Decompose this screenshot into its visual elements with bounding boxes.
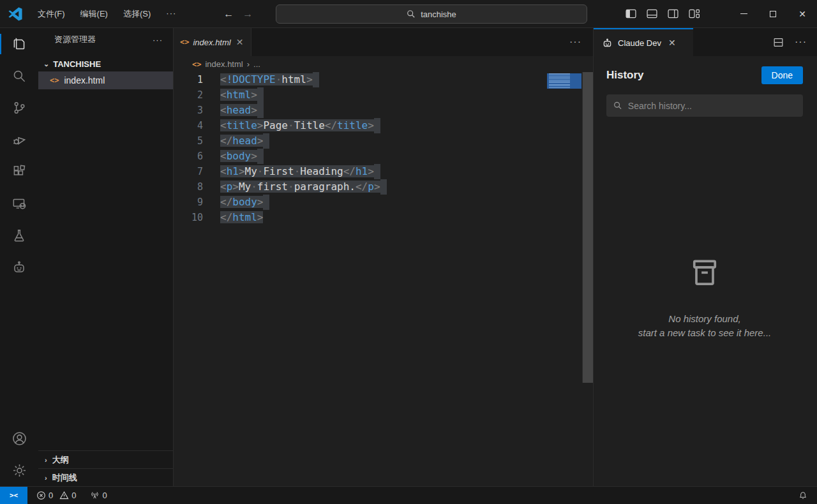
activity-settings[interactable] [0,454,38,486]
extensions-icon [11,163,27,180]
toggle-sidebar-icon[interactable] [624,7,638,20]
search-icon [613,101,622,110]
html-file-icon: <> [50,76,59,85]
code-line[interactable]: 4<title>Page·Title</title> [174,118,593,133]
ports-status[interactable]: 0 [86,491,110,500]
tab-close-icon[interactable]: ✕ [236,37,244,47]
editor-scrollbar[interactable] [582,72,593,383]
editor-tab-bar: <> index.html ✕ ··· [174,28,593,56]
panel-tab-close-icon[interactable]: ✕ [668,38,676,48]
minimize-icon [740,13,747,14]
line-number: 6 [174,149,203,164]
activity-bar-spacer [0,283,38,422]
breadcrumb[interactable]: <> index.html › ... [174,56,593,72]
minimap-code-lines [549,73,570,89]
activity-extensions[interactable] [0,156,38,188]
code-line[interactable]: 3<head> [174,103,593,118]
tab-label: index.html [193,38,230,47]
activity-testing[interactable] [0,219,38,251]
line-number: 8 [174,179,203,195]
activity-explorer[interactable] [0,28,38,60]
nav-forward-icon[interactable]: → [243,8,253,20]
activity-run-debug[interactable] [0,124,38,156]
activity-source-control[interactable] [0,92,38,124]
explorer-sidebar: 资源管理器 ··· ⌄ TANCHISHE <> index.html › 大纲… [38,28,174,486]
window-close-button[interactable]: ✕ [788,0,817,27]
outline-section-header[interactable]: › 大纲 [38,450,173,468]
line-number: 9 [174,195,203,210]
outline-label: 大纲 [52,454,69,466]
error-count: 0 [49,491,53,500]
title-bar: 文件(F) 编辑(E) 选择(S) ··· ← → tanchishe ✕ [0,0,817,28]
toggle-panel-icon[interactable] [645,7,659,20]
errors-warnings-status[interactable]: 0 0 [33,491,80,500]
panel-tab-bar: Claude Dev ✕ ··· [594,28,817,56]
customize-layout-icon[interactable] [687,7,701,20]
notifications-bell[interactable] [789,487,817,504]
claude-dev-panel: Claude Dev ✕ ··· History Done [594,28,817,486]
history-search-box[interactable] [606,94,803,117]
file-item-index-html[interactable]: <> index.html [38,71,173,89]
minimap-selection[interactable] [547,73,581,89]
maximize-icon [770,11,776,17]
tab-claude-dev[interactable]: Claude Dev ✕ [594,28,693,56]
empty-history-line2: start a new task to see it here... [638,326,771,340]
menu-file[interactable]: 文件(F) [31,6,71,22]
timeline-section-header[interactable]: › 时间线 [38,468,173,486]
breadcrumb-more[interactable]: ... [253,59,260,69]
workspace-folder-name: TANCHISHE [53,59,101,69]
breadcrumb-file[interactable]: index.html [205,59,243,69]
file-name: index.html [64,75,105,85]
activity-account[interactable] [0,422,38,454]
editor-more-actions-icon[interactable]: ··· [569,28,581,56]
panel-tab-label: Claude Dev [618,38,661,48]
history-search-input[interactable] [628,101,796,111]
close-icon: ✕ [798,9,806,19]
code-line[interactable]: 8<p>My·first·paragraph.</p> [174,179,593,195]
window-minimize-button[interactable] [729,0,758,27]
panel-more-actions-icon[interactable]: ··· [795,36,807,48]
files-icon [11,36,27,52]
chevron-right-icon: › [45,474,47,482]
window-maximize-button[interactable] [758,0,788,27]
sidebar-more-actions-icon[interactable]: ··· [153,35,163,45]
toggle-secondary-sidebar-icon[interactable] [666,7,680,20]
tab-index-html[interactable]: <> index.html ✕ [174,28,251,56]
search-icon [407,10,416,19]
activity-claude-dev[interactable] [0,251,38,283]
chevron-down-icon: ⌄ [43,60,49,68]
command-center-value: tanchishe [421,10,456,19]
warning-count: 0 [71,491,76,500]
line-number: 4 [174,118,203,133]
menu-selection[interactable]: 选择(S) [117,6,157,22]
activity-search[interactable] [0,60,38,92]
workspace-folder-header[interactable]: ⌄ TANCHISHE [38,56,173,71]
robot-icon [11,259,27,276]
split-editor-icon[interactable] [772,36,784,48]
code-line[interactable]: 2<html> [174,87,593,103]
command-center-search[interactable]: tanchishe [276,4,587,24]
code-line[interactable]: 7<h1>My·First·Heading</h1> [174,164,593,179]
code-line[interactable]: 9</body> [174,195,593,210]
activity-bar [0,28,38,486]
html-file-icon: <> [192,60,201,69]
activity-remote-explorer[interactable] [0,188,38,219]
timeline-label: 时间线 [52,472,77,484]
radio-tower-icon [90,491,100,500]
account-icon [11,430,28,447]
menu-edit[interactable]: 编辑(E) [74,6,114,22]
done-button[interactable]: Done [761,66,803,84]
code-line[interactable]: 6<body> [174,149,593,164]
sidebar-title: 资源管理器 [54,34,96,45]
nav-back-icon[interactable]: ← [223,8,234,20]
code-line[interactable]: 1<!DOCTYPE·html> [174,72,593,87]
code-line[interactable]: 5</head> [174,133,593,149]
history-view: History Done No history found, start a n… [594,56,817,486]
robot-icon [601,37,613,49]
run-debug-icon [11,131,27,148]
menu-overflow-icon[interactable]: ··· [160,6,183,22]
code-editor[interactable]: 1<!DOCTYPE·html>2<html>3<head>4<title>Pa… [174,72,593,486]
code-line[interactable]: 10</html> [174,210,593,225]
remote-indicator[interactable]: >< [0,487,27,504]
line-number: 10 [174,210,203,225]
